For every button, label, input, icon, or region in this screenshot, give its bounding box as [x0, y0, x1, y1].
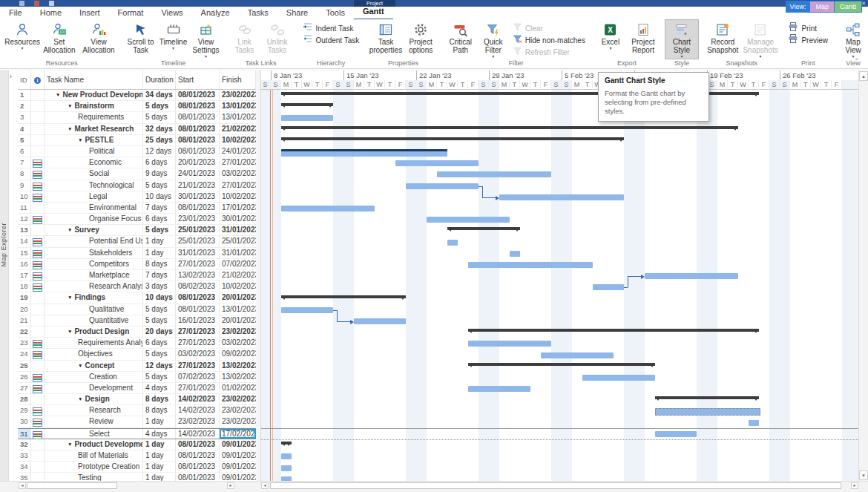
task-bar[interactable]: [427, 217, 510, 223]
summary-bar[interactable]: [281, 137, 624, 140]
critical-path-button[interactable]: Critical Path: [444, 20, 477, 54]
task-notes-icon[interactable]: [33, 385, 42, 393]
collapse-triangle-icon[interactable]: [68, 439, 72, 450]
cell-start[interactable]: 08/01/2023: [176, 112, 220, 122]
view-settings-button[interactable]: View Settings▾: [190, 20, 223, 59]
collapse-triangle-icon[interactable]: [68, 101, 72, 111]
collapse-triangle-icon[interactable]: [68, 124, 72, 134]
cell-duration[interactable]: 10 days: [143, 292, 176, 303]
quick-filter-button[interactable]: Quick Filter▾: [477, 20, 510, 59]
cell-task-name[interactable]: Technological: [45, 180, 143, 191]
cell-finish[interactable]: 09/01/2023: [220, 473, 256, 481]
cell-finish[interactable]: 17/02/2023: [220, 429, 256, 439]
task-bar[interactable]: [468, 341, 551, 347]
table-row[interactable]: 2Brainstorm5 days08/01/202313/01/2023: [18, 101, 256, 112]
cell-duration[interactable]: 1 day: [143, 416, 176, 427]
cell-task-name[interactable]: Design: [45, 394, 143, 404]
task-bar[interactable]: [281, 149, 447, 157]
menu-item-gantt[interactable]: Gantt: [354, 6, 393, 20]
table-scroll-left-icon[interactable]: [19, 482, 26, 489]
task-notes-icon[interactable]: [33, 351, 42, 359]
summary-bar[interactable]: [655, 396, 759, 399]
cell-duration[interactable]: 5 days: [143, 180, 176, 191]
outdent-task-button[interactable]: Outdent Task: [300, 34, 363, 46]
menu-item-insert[interactable]: Insert: [70, 7, 109, 19]
cell-task-name[interactable]: Brainstorm: [45, 101, 143, 111]
cell-finish[interactable]: 24/01/2023: [220, 146, 256, 157]
table-scroll-right-icon[interactable]: [227, 482, 234, 489]
indent-task-button[interactable]: Indent Task: [300, 22, 363, 34]
menu-item-tools[interactable]: Tools: [317, 7, 354, 19]
cell-start[interactable]: 30/01/2023: [176, 191, 220, 202]
preview-button[interactable]: Preview: [785, 34, 831, 46]
cell-duration[interactable]: 4 days: [143, 383, 176, 393]
cell-task-name[interactable]: Environmental: [45, 203, 143, 213]
cell-start[interactable]: 25/01/2023: [176, 236, 220, 246]
cell-start[interactable]: 08/01/2023: [176, 439, 220, 450]
cell-duration[interactable]: 8 days: [143, 394, 176, 404]
cell-duration[interactable]: 1 day: [143, 248, 176, 258]
cell-finish[interactable]: 13/02/2023: [220, 372, 256, 382]
cell-start[interactable]: 08/01/2023: [176, 124, 220, 134]
task-notes-icon[interactable]: [33, 194, 42, 202]
cell-task-name[interactable]: Objectives: [45, 349, 143, 359]
table-row[interactable]: 19Findings10 days08/01/202320/01/2023: [18, 292, 256, 304]
map-view-button[interactable]: Map View▾: [837, 20, 868, 59]
cell-start[interactable]: 08/01/2023: [176, 304, 220, 315]
cell-duration[interactable]: 9 days: [143, 168, 176, 179]
cell-finish[interactable]: 21/02/2023: [220, 124, 256, 134]
scroll-to-task-button[interactable]: Scroll to Task: [125, 20, 157, 54]
cell-duration[interactable]: 5 days: [143, 225, 176, 235]
cell-duration[interactable]: 1 day: [143, 439, 176, 450]
task-bar[interactable]: [406, 183, 479, 189]
cell-start[interactable]: 07/02/2023: [176, 372, 220, 382]
table-row[interactable]: 10Legal10 days30/01/202310/02/2023: [18, 191, 256, 203]
cell-finish[interactable]: 30/01/2023: [220, 214, 256, 224]
cell-task-name[interactable]: Survey: [45, 225, 143, 235]
table-row[interactable]: 15Stakeholders1 day31/01/202331/01/2023: [18, 248, 256, 259]
task-notes-icon[interactable]: [33, 272, 42, 281]
summary-bar[interactable]: [281, 295, 406, 298]
cell-duration[interactable]: 8 days: [143, 405, 176, 416]
task-bar[interactable]: [510, 251, 520, 257]
task-bar[interactable]: [499, 194, 624, 200]
cell-start[interactable]: 08/01/2023: [176, 473, 220, 481]
task-notes-icon[interactable]: [33, 431, 42, 439]
cell-duration[interactable]: 25 days: [143, 135, 176, 145]
collapse-triangle-icon[interactable]: [56, 90, 60, 100]
cell-task-name[interactable]: Requirements Analysis: [45, 338, 143, 348]
task-bar[interactable]: [593, 284, 624, 290]
cell-start[interactable]: 08/01/2023: [176, 135, 220, 145]
cell-start[interactable]: 08/01/2023: [176, 101, 220, 111]
cell-duration[interactable]: 1 day: [143, 462, 176, 472]
task-notes-icon[interactable]: [33, 238, 42, 246]
cell-start[interactable]: 23/02/2023: [176, 416, 220, 427]
cell-finish[interactable]: 10/02/2023: [220, 191, 256, 202]
cell-duration[interactable]: 7 days: [143, 270, 176, 281]
task-notes-icon[interactable]: [33, 171, 42, 179]
cell-start[interactable]: 08/01/2023: [176, 292, 220, 303]
table-row[interactable]: 9Technological5 days21/01/202327/01/2023: [18, 180, 256, 191]
menu-item-home[interactable]: Home: [31, 7, 70, 19]
cell-task-name[interactable]: Select: [45, 429, 143, 439]
cell-duration[interactable]: 6 days: [143, 338, 176, 348]
task-bar[interactable]: [541, 352, 614, 358]
task-bar[interactable]: [395, 160, 479, 166]
task-notes-icon[interactable]: [33, 419, 42, 427]
task-properties-button[interactable]: Task properties: [368, 20, 403, 54]
cell-finish[interactable]: 20/01/2023: [220, 292, 256, 303]
summary-bar[interactable]: [468, 363, 655, 366]
cell-finish[interactable]: 10/02/2023: [220, 135, 256, 145]
table-row[interactable]: 25Concept12 days27/01/202313/02/2023: [18, 361, 256, 372]
cell-duration[interactable]: 6 days: [143, 214, 176, 224]
cell-start[interactable]: 08/02/2023: [176, 281, 220, 292]
cell-task-name[interactable]: Creation: [45, 372, 143, 382]
cell-duration[interactable]: 5 days: [143, 372, 176, 382]
cell-task-name[interactable]: PESTLE: [45, 135, 143, 145]
cell-task-name[interactable]: Findings: [45, 292, 143, 303]
task-bar[interactable]: [468, 386, 530, 392]
task-notes-icon[interactable]: [33, 407, 42, 416]
chart-scroll-left-icon[interactable]: [261, 482, 269, 489]
cell-finish[interactable]: 01/02/2023: [220, 383, 256, 393]
map-explorer-expand-icon[interactable]: [10, 73, 17, 81]
